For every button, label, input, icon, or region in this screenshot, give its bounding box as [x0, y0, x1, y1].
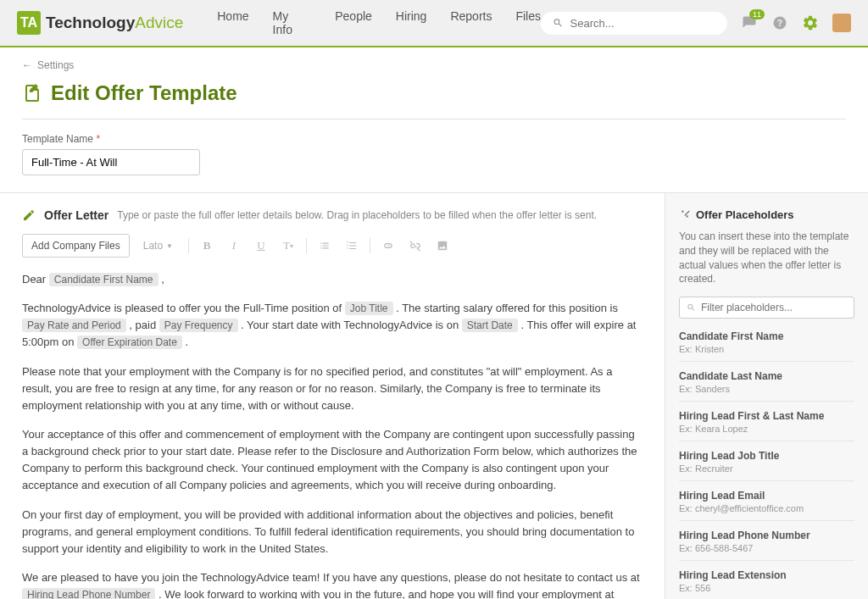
editor-column: Offer Letter Type or paste the full offe…: [0, 193, 665, 599]
placeholder-start-date[interactable]: Start Date: [462, 319, 518, 332]
required-indicator: *: [96, 133, 100, 145]
placeholder-example: Ex: 656-588-5467: [679, 543, 854, 553]
placeholder-name: Hiring Lead Phone Number: [679, 530, 854, 541]
paragraph-background-check: Your acceptance of this offer and commen…: [22, 426, 643, 495]
logo-text-accent: Advice: [135, 14, 183, 32]
placeholder-pay-frequency[interactable]: Pay Frequency: [159, 319, 238, 332]
toolbar-separator: [370, 238, 370, 253]
placeholder-job-title[interactable]: Job Title: [345, 302, 393, 315]
offer-letter-editor[interactable]: Dear Candidate First Name , TechnologyAd…: [22, 271, 643, 599]
placeholder-list-item[interactable]: Candidate Last Name Ex: Sanders: [679, 362, 854, 402]
placeholder-example: Ex: 556: [679, 583, 854, 593]
placeholder-offer-expiration[interactable]: Offer Expiration Date: [77, 336, 182, 349]
nav-reports[interactable]: Reports: [450, 9, 492, 36]
app-header: TA TechnologyAdvice Home My Info People …: [0, 0, 868, 47]
nav-home[interactable]: Home: [217, 9, 248, 36]
sidebar-help-text: You can insert these into the template a…: [679, 230, 854, 286]
logo-text: Technology: [46, 14, 135, 32]
bold-button[interactable]: B: [196, 235, 218, 257]
filter-placeholders-input[interactable]: [701, 302, 847, 313]
underline-button[interactable]: U: [250, 235, 272, 257]
filter-placeholders[interactable]: [679, 297, 854, 319]
placeholders-sidebar: Offer Placeholders You can insert these …: [665, 193, 868, 599]
placeholder-name: Candidate First Name: [679, 330, 854, 342]
page-title-row: Edit Offer Template: [0, 75, 868, 119]
italic-button[interactable]: I: [223, 235, 245, 257]
logo[interactable]: TA TechnologyAdvice: [17, 11, 183, 35]
placeholder-example: Ex: cheryl@efficientoffice.com: [679, 503, 854, 513]
placeholder-list-item[interactable]: Hiring Lead First & Last Name Ex: Keara …: [679, 402, 854, 441]
page-title: Edit Offer Template: [51, 81, 237, 105]
sidebar-heading-row: Offer Placeholders: [679, 208, 854, 221]
placeholder-name: Hiring Lead First & Last Name: [679, 410, 854, 422]
main-area: Offer Letter Type or paste the full offe…: [0, 192, 868, 599]
placeholder-example: Ex: Recruiter: [679, 463, 854, 474]
chevron-down-icon: ▼: [166, 242, 173, 250]
editor-subheading: Type or paste the full offer letter deta…: [117, 209, 597, 221]
link-button[interactable]: [377, 235, 399, 257]
add-company-files-button[interactable]: Add Company Files: [22, 234, 130, 258]
help-icon[interactable]: ?: [771, 14, 788, 31]
numbered-list-button[interactable]: [341, 235, 363, 257]
editor-heading: Offer Letter: [44, 208, 108, 222]
main-nav: Home My Info People Hiring Reports Files: [217, 9, 541, 36]
placeholder-list-item[interactable]: Hiring Lead Phone Number Ex: 656-588-546…: [679, 521, 854, 561]
nav-files[interactable]: Files: [515, 9, 541, 36]
paragraph-first-day: On your first day of employment, you wil…: [22, 507, 643, 557]
avatar[interactable]: [832, 14, 851, 32]
template-name-label: Template Name *: [22, 133, 846, 145]
image-button[interactable]: [431, 235, 453, 257]
text-format-button[interactable]: T▾: [277, 235, 299, 257]
back-arrow-icon[interactable]: ←: [22, 59, 32, 71]
offer-template-icon: [22, 83, 42, 103]
editor-heading-row: Offer Letter Type or paste the full offe…: [22, 208, 643, 222]
placeholder-list-item[interactable]: Hiring Lead Extension Ex: 556: [679, 561, 854, 599]
placeholder-example: Ex: Keara Lopez: [679, 424, 854, 434]
placeholder-name: Hiring Lead Extension: [679, 569, 854, 581]
global-search-input[interactable]: [570, 17, 716, 30]
breadcrumb-settings[interactable]: Settings: [37, 59, 74, 71]
placeholder-list-item[interactable]: Hiring Lead Email Ex: cheryl@efficientof…: [679, 481, 854, 521]
nav-people[interactable]: People: [335, 9, 372, 36]
editor-toolbar: Add Company Files Lato ▼ B I U T▾: [22, 234, 643, 258]
nav-hiring[interactable]: Hiring: [396, 9, 427, 36]
sidebar-heading: Offer Placeholders: [696, 208, 794, 221]
placeholder-list-item[interactable]: Hiring Lead Job Title Ex: Recruiter: [679, 441, 854, 481]
toolbar-separator: [306, 238, 307, 253]
search-icon: [687, 302, 696, 313]
breadcrumb: ← Settings: [0, 47, 868, 75]
placeholder-name: Hiring Lead Job Title: [679, 450, 854, 462]
inbox-badge: 11: [749, 9, 765, 19]
placeholder-list-item[interactable]: Candidate First Name Ex: Kristen: [679, 322, 854, 362]
svg-text:?: ?: [777, 18, 782, 28]
toolbar-separator: [188, 238, 189, 253]
logo-mark-icon: TA: [17, 11, 41, 35]
pencil-icon: [22, 208, 36, 222]
nav-my-info[interactable]: My Info: [273, 9, 312, 36]
search-icon: [553, 17, 564, 29]
bullet-list-button[interactable]: [314, 235, 336, 257]
placeholder-pay-rate[interactable]: Pay Rate and Period: [22, 319, 126, 332]
greeting-text: Dear: [22, 273, 49, 286]
font-family-select[interactable]: Lato ▼: [135, 240, 181, 252]
template-name-field: Template Name *: [0, 119, 868, 192]
paragraph-at-will: Please note that your employment with th…: [22, 363, 643, 414]
inbox-icon[interactable]: 11: [741, 14, 758, 31]
placeholder-example: Ex: Sanders: [679, 384, 854, 394]
header-right: 11 ?: [541, 12, 851, 35]
gear-icon[interactable]: [802, 14, 819, 31]
placeholder-example: Ex: Kristen: [679, 344, 854, 354]
unlink-button[interactable]: [404, 235, 426, 257]
wand-icon: [679, 209, 691, 221]
placeholder-name: Hiring Lead Email: [679, 490, 854, 502]
global-search[interactable]: [541, 12, 727, 35]
template-name-input[interactable]: [22, 149, 200, 175]
placeholder-hiring-lead-phone[interactable]: Hiring Lead Phone Number: [22, 588, 155, 599]
placeholder-name: Candidate Last Name: [679, 370, 854, 382]
placeholder-candidate-first-name[interactable]: Candidate First Name: [49, 273, 159, 286]
